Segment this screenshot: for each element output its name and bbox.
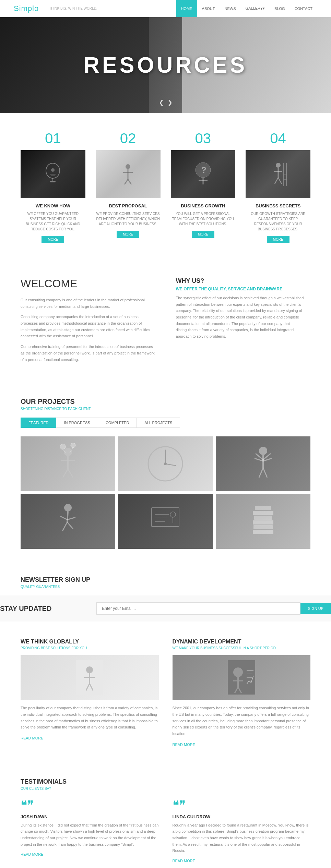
project-img-1-icon <box>54 443 82 484</box>
svg-line-9 <box>125 179 128 184</box>
nav-tagline: THINK BIG. WIN THE WORLD. <box>49 7 176 10</box>
testimonial-read-1[interactable]: READ MORE <box>21 852 44 856</box>
hero-section: RESOURCES ❮ ❯ <box>0 17 331 113</box>
svg-rect-59 <box>253 525 273 529</box>
feature-btn-3[interactable]: MORE <box>192 231 214 238</box>
svg-rect-52 <box>152 508 179 527</box>
svg-point-6 <box>126 164 130 169</box>
project-img-6[interactable] <box>216 494 310 549</box>
feature-img-3: ? <box>171 150 236 198</box>
nav-link-news[interactable]: NEWS <box>220 0 241 17</box>
tab-in-progress[interactable]: IN PROGRESS <box>56 418 98 428</box>
person-thinking-icon <box>228 660 255 695</box>
logo-o: o <box>34 4 39 13</box>
svg-line-29 <box>68 469 73 478</box>
welcome-para-2: Consulting company accompanies the intro… <box>21 314 155 339</box>
project-img-2[interactable] <box>118 436 213 491</box>
svg-point-30 <box>60 444 66 449</box>
svg-point-5 <box>51 168 55 172</box>
article-sub-2: WE MAKE YOUR BUSINESS SUCCESSFUL IN A SH… <box>173 646 311 650</box>
nav-link-blog[interactable]: BLOG <box>270 0 290 17</box>
feature-btn-1[interactable]: MORE <box>42 236 64 243</box>
article-read-more-2[interactable]: READ MORE <box>173 743 196 747</box>
hero-title: RESOURCES <box>84 52 247 78</box>
testimonials-title: TESTIMONIALS <box>21 778 310 785</box>
svg-line-18 <box>275 178 278 184</box>
nav-link-contact[interactable]: CONTACT <box>290 0 317 17</box>
whyus-title: WHY US? <box>176 277 311 285</box>
svg-point-56 <box>170 512 176 517</box>
feature-title-3: BUSINESS GROWTH <box>171 203 236 208</box>
feature-img-4 <box>246 150 310 198</box>
article-img-1 <box>21 655 159 700</box>
feature-img-2 <box>96 150 161 198</box>
nav-link-about[interactable]: ABOUT <box>197 0 220 17</box>
person-running-icon <box>54 501 82 542</box>
whyus-subtitle: WE OFFER THE QUALITY, SERVICE AND BRAINW… <box>176 287 311 291</box>
tab-featured[interactable]: FEATURED <box>21 418 56 428</box>
svg-line-51 <box>67 522 73 529</box>
quote-icon-1: ❝❞ <box>21 799 159 811</box>
features-grid: 01 WE KNOW HOW WE OFFER YOU GUARANTEED S… <box>21 130 310 243</box>
feature-item-3: 03 ? BUSINESS GROWTH YOU WILL GET A PROF… <box>171 130 236 243</box>
project-img-1[interactable] <box>21 436 115 491</box>
feature-desc-2: WE PROVIDE CONSULTING SERVICES DELIVERED… <box>96 211 161 227</box>
svg-point-38 <box>259 447 267 455</box>
stay-label: STAY UPDATED <box>0 605 96 613</box>
email-input[interactable] <box>96 602 300 615</box>
features-section: 01 WE KNOW HOW WE OFFER YOU GUARANTEED S… <box>0 113 331 260</box>
next-arrow[interactable]: ❯ <box>167 99 173 106</box>
article-col-2: DYNAMIC DEVELOPMENT WE MAKE YOUR BUSINES… <box>173 639 311 747</box>
testimonial-read-2[interactable]: READ MORE <box>173 859 196 863</box>
feature-btn-4[interactable]: MORE <box>267 236 289 243</box>
books-stack-icon <box>249 503 277 540</box>
testimonial-item-1: ❝❞ JOSH DAWN During its existence, I did… <box>21 799 159 864</box>
hero-arrows: ❮ ❯ <box>159 99 173 106</box>
svg-line-42 <box>259 468 263 478</box>
project-img-3[interactable] <box>216 436 310 491</box>
articles-section: WE THINK GLOBALLY PROVIDING BEST SOLUTIO… <box>0 622 331 764</box>
svg-point-46 <box>64 504 72 511</box>
svg-point-65 <box>86 666 93 673</box>
testimonials-grid: ❝❞ JOSH DAWN During its existence, I did… <box>21 799 310 864</box>
svg-rect-58 <box>253 530 273 534</box>
article-read-more-1[interactable]: READ MORE <box>21 736 44 740</box>
feature-num-1: 01 <box>21 130 85 147</box>
feature-title-4: BUSINESS SECRETS <box>246 203 310 208</box>
feature-item-4: 04 BUSINES <box>246 130 310 243</box>
question-head-icon: ? <box>191 160 215 188</box>
feature-desc-3: YOU WILL GET A PROFESSIONAL TEAM FOCUSED… <box>171 211 236 227</box>
feature-item-1: 01 WE KNOW HOW WE OFFER YOU GUARANTEED S… <box>21 130 85 243</box>
projects-tabs: FEATURED IN PROGRESS COMPLETED ALL PROJE… <box>21 418 310 428</box>
prev-arrow[interactable]: ❮ <box>159 99 164 106</box>
testimonials-subtitle: OUR CLIENTS SAY <box>21 787 310 791</box>
project-img-4[interactable] <box>21 494 115 549</box>
feature-title-1: WE KNOW HOW <box>21 203 85 208</box>
svg-text:?: ? <box>201 165 206 174</box>
feature-img-placeholder-1 <box>21 150 85 198</box>
testimonials-section: TESTIMONIALS OUR CLIENTS SAY ❝❞ JOSH DAW… <box>0 764 331 868</box>
project-img-5[interactable] <box>118 494 213 549</box>
projects-grid <box>21 436 310 549</box>
tab-completed[interactable]: COMPLETED <box>98 418 137 428</box>
person-room-icon <box>76 660 103 695</box>
feature-desc-4: OUR GROWTH STRATEGIES ARE GUARANTEED TO … <box>246 211 310 232</box>
nav-link-gallery[interactable]: GALLERY▾ <box>241 0 270 17</box>
article-text-2: Since 2001, our company has an offer for… <box>173 705 311 737</box>
feature-btn-2[interactable]: MORE <box>117 231 139 238</box>
newsletter-subtitle: QUALITY GUARANTEES <box>21 585 310 589</box>
svg-point-31 <box>71 443 75 448</box>
feature-title-2: BEST PROPOSAL <box>96 203 161 208</box>
nav-link-home[interactable]: HOME <box>176 0 197 17</box>
article-text-1: The peculiarity of our company that dist… <box>21 705 159 731</box>
feature-img-placeholder-2 <box>96 150 161 198</box>
signup-button[interactable]: SIGN UP <box>300 603 331 614</box>
person-ladder-icon <box>268 160 288 188</box>
welcome-para-3: Comprehensive training of personnel for … <box>21 343 155 363</box>
tab-all-projects[interactable]: ALL PROJECTS <box>137 418 180 428</box>
feature-num-3: 03 <box>171 130 236 147</box>
article-sub-1: PROVIDING BEST SOLUTIONS FOR YOU <box>21 646 159 650</box>
projects-header: OUR PROJECTS SHORTENING DISTANCE TO EACH… <box>21 398 310 411</box>
projects-subtitle: SHORTENING DISTANCE TO EACH CLIENT <box>21 407 310 411</box>
testimonial-text-2: Roughly a year ago I decided to found a … <box>173 822 311 854</box>
